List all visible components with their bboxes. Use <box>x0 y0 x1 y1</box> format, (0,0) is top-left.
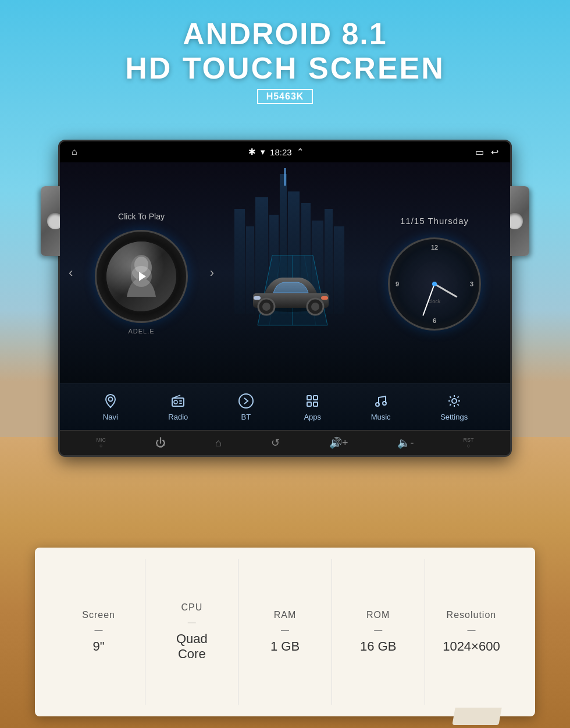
svg-point-39 <box>376 403 379 406</box>
car-image <box>244 261 337 319</box>
nav-item-bt[interactable]: BT <box>238 393 254 421</box>
spec-cpu-dash: — <box>188 617 196 627</box>
album-art <box>106 242 176 311</box>
mic-label: MIC <box>97 437 106 443</box>
spec-cpu-label: CPU <box>181 602 202 613</box>
spec-rom: ROM — 16 GB <box>332 559 425 705</box>
svg-point-28 <box>108 397 112 402</box>
home-icon[interactable]: ⌂ <box>72 147 77 157</box>
title-line1: ANDROID 8.1 <box>0 17 570 51</box>
spec-ram-value: 1 GB <box>270 639 300 654</box>
center-panel <box>223 162 359 383</box>
rst-control: RST ○ <box>463 437 473 449</box>
click-to-play-label: Click To Play <box>118 212 165 221</box>
svg-rect-8 <box>284 168 286 186</box>
windows-icon[interactable]: ▭ <box>475 147 484 158</box>
device-body: ⌂ ✱ ▾ 18:23 ⌃ ▭ ↩ Click To Play ‹ <box>58 140 512 457</box>
model-badge: H5463K <box>257 89 314 104</box>
nav-item-apps[interactable]: Apps <box>304 393 321 421</box>
bt-icon <box>238 393 254 409</box>
spec-resolution: Resolution — 1024×600 <box>425 559 518 705</box>
spec-rom-label: ROM <box>366 610 390 620</box>
expand-icon: ⌃ <box>297 147 304 157</box>
device-wrapper: ⌂ ✱ ▾ 18:23 ⌃ ▭ ↩ Click To Play ‹ <box>58 140 512 457</box>
clock-face: 12 3 6 9 clock <box>388 237 481 331</box>
clock-center-dot <box>432 282 437 286</box>
svg-point-30 <box>174 400 177 404</box>
back-button[interactable]: ↺ <box>271 436 280 449</box>
spec-screen-value: 9" <box>93 639 105 654</box>
svg-rect-37 <box>307 402 311 406</box>
bt-label: BT <box>241 413 251 421</box>
nav-item-radio[interactable]: Radio <box>168 393 188 421</box>
clock-num-6: 6 <box>433 317 436 324</box>
mic-control: MIC ○ <box>97 437 106 449</box>
vol-down-button[interactable]: 🔈- <box>397 436 414 449</box>
spec-cpu-value: QuadCore <box>176 631 208 662</box>
specs-card: Screen — 9" CPU — QuadCore RAM — 1 GB RO… <box>35 548 535 716</box>
spec-rom-value: 16 GB <box>360 639 396 654</box>
road-visual <box>223 162 359 383</box>
control-bar: MIC ○ ⏻ ⌂ ↺ 🔊+ 🔈- RST ○ <box>60 430 510 455</box>
radio-icon <box>170 393 186 409</box>
svg-point-25 <box>311 303 319 311</box>
artist-label: ADEL.E <box>128 328 154 335</box>
title-area: ANDROID 8.1 HD TOUCH SCREEN H5463K <box>0 17 570 104</box>
next-track-button[interactable]: › <box>210 265 214 280</box>
svg-point-23 <box>262 303 270 311</box>
clock-num-3: 3 <box>470 280 473 287</box>
svg-rect-36 <box>314 396 318 400</box>
apps-label: Apps <box>304 413 321 421</box>
svg-point-41 <box>452 399 457 403</box>
nav-bar: Navi Radio <box>60 383 510 430</box>
spec-rom-dash: — <box>374 625 382 634</box>
status-center: ✱ ▾ 18:23 ⌃ <box>248 147 304 157</box>
music-icon <box>373 393 389 409</box>
music-label: Music <box>371 413 391 421</box>
clock-panel: 11/15 Thursday 12 3 6 9 clock <box>359 162 510 383</box>
radio-label: Radio <box>168 413 188 421</box>
screen: ⌂ ✱ ▾ 18:23 ⌃ ▭ ↩ Click To Play ‹ <box>60 141 510 455</box>
spec-ram-dash: — <box>281 625 289 634</box>
spec-resolution-dash: — <box>467 625 475 634</box>
spec-screen: Screen — 9" <box>52 559 145 705</box>
nav-item-settings[interactable]: Settings <box>440 393 468 421</box>
navi-icon <box>102 393 119 409</box>
spec-resolution-value: 1024×600 <box>443 639 500 654</box>
back-icon[interactable]: ↩ <box>491 147 498 158</box>
clock-num-12: 12 <box>431 244 438 251</box>
settings-icon <box>446 393 462 409</box>
album-art-wrapper[interactable] <box>95 230 188 323</box>
svg-rect-32 <box>179 400 182 402</box>
spec-screen-dash: — <box>95 625 103 634</box>
spec-ram-label: RAM <box>274 610 297 620</box>
svg-rect-27 <box>321 296 328 300</box>
prev-track-button[interactable]: ‹ <box>69 265 73 280</box>
wifi-icon: ▾ <box>261 147 265 157</box>
bluetooth-icon: ✱ <box>248 147 256 157</box>
spec-cpu: CPU — QuadCore <box>145 559 238 705</box>
music-panel: Click To Play ‹ <box>60 162 223 383</box>
status-time: 18:23 <box>270 147 292 157</box>
svg-point-34 <box>239 394 253 408</box>
nav-item-navi[interactable]: Navi <box>102 393 119 421</box>
home-button[interactable]: ⌂ <box>215 437 222 449</box>
svg-rect-2 <box>234 209 245 314</box>
nav-item-music[interactable]: Music <box>371 393 391 421</box>
clock-label: clock <box>429 299 441 304</box>
vol-up-button[interactable]: 🔊+ <box>329 436 348 449</box>
rst-label: RST <box>463 437 473 443</box>
svg-rect-33 <box>179 403 182 404</box>
svg-rect-35 <box>307 396 311 400</box>
svg-rect-38 <box>314 402 318 406</box>
album-ring <box>95 230 188 323</box>
mic-sub: ○ <box>99 443 102 449</box>
play-button[interactable] <box>131 266 152 287</box>
spec-resolution-label: Resolution <box>447 610 497 620</box>
spec-screen-label: Screen <box>82 610 115 620</box>
power-button[interactable]: ⏻ <box>155 437 166 449</box>
status-bar: ⌂ ✱ ▾ 18:23 ⌃ ▭ ↩ <box>60 141 510 162</box>
svg-rect-26 <box>254 296 261 300</box>
date-text: 11/15 Thursday <box>400 216 469 226</box>
svg-point-40 <box>383 402 386 405</box>
